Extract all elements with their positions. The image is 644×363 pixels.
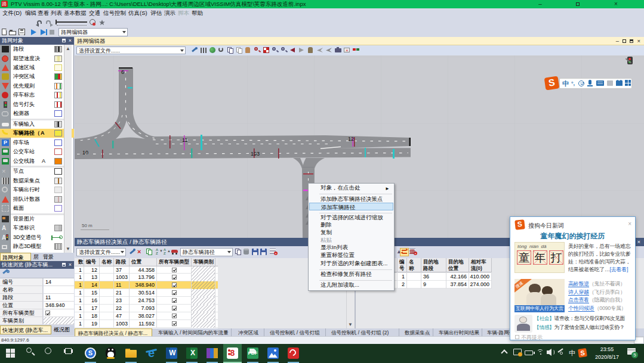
svg-text:10: 10 [82, 150, 88, 156]
svg-text:50 m: 50 m [82, 223, 93, 228]
svg-text:11: 11 [182, 137, 187, 143]
svg-text:6: 6 [121, 69, 124, 75]
svg-text:12: 12 [348, 136, 354, 142]
svg-text:193: 193 [251, 151, 260, 157]
